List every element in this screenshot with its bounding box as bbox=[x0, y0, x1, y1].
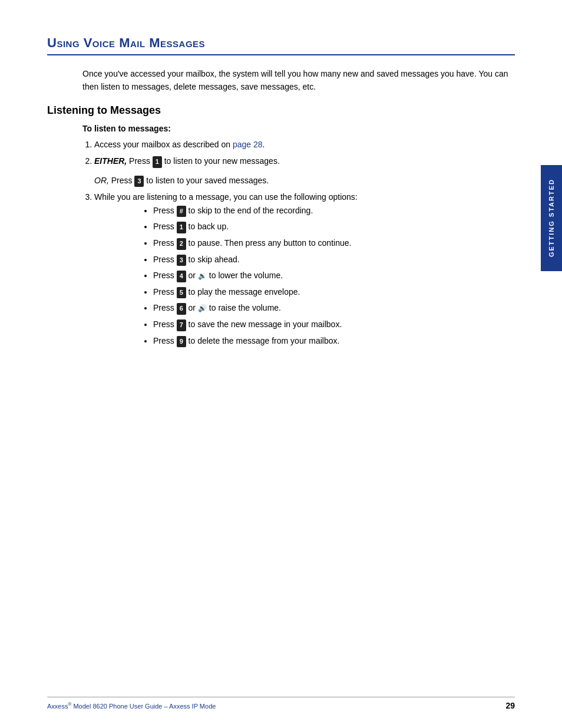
key-1-back: 1 bbox=[177, 222, 186, 233]
step-2: EITHER, Press 1 to listen to your new me… bbox=[94, 154, 515, 168]
key-3-saved: 3 bbox=[134, 176, 144, 187]
option-3: Press 3 to skip ahead. bbox=[153, 253, 515, 266]
either-label: EITHER, bbox=[94, 156, 127, 166]
steps-list-cont: While you are listening to a message, yo… bbox=[94, 190, 515, 347]
key-5-envelope: 5 bbox=[177, 287, 186, 299]
or-line: OR, Press 3 to listen to your saved mess… bbox=[94, 174, 515, 187]
key-hash: # bbox=[177, 206, 186, 218]
footer: Axxess® Model 8620 Phone User Guide – Ax… bbox=[47, 697, 515, 710]
key-9-delete: 9 bbox=[177, 336, 186, 348]
volume-down-icon: 🔉 bbox=[198, 271, 207, 282]
key-3-skip: 3 bbox=[177, 255, 186, 266]
title-text: Using Voice Mail Messages bbox=[47, 35, 205, 50]
page-28-link[interactable]: page 28 bbox=[233, 140, 263, 149]
key-6-vol-up: 6 bbox=[177, 303, 186, 315]
steps-list: Access your mailbox as described on page… bbox=[94, 138, 515, 168]
option-7: Press 7 to save the new message in your … bbox=[153, 318, 515, 331]
key-7-save: 7 bbox=[177, 319, 186, 331]
option-2: Press 2 to pause. Then press any button … bbox=[153, 236, 515, 250]
subsection-label: To listen to messages: bbox=[82, 124, 515, 133]
option-9: Press 9 to delete the message from your … bbox=[153, 334, 515, 348]
volume-up-icon: 🔊 bbox=[198, 303, 207, 314]
step-3: While you are listening to a message, yo… bbox=[94, 190, 515, 347]
option-6: Press 6 or 🔊 to raise the volume. bbox=[153, 301, 515, 315]
side-tab-label: Getting Started bbox=[548, 179, 555, 257]
side-tab: Getting Started bbox=[541, 165, 562, 271]
key-2-pause: 2 bbox=[177, 238, 186, 250]
option-5: Press 5 to play the message envelope. bbox=[153, 285, 515, 299]
key-1-new: 1 bbox=[153, 156, 162, 168]
page-container: Using Voice Mail Messages Once you've ac… bbox=[0, 0, 562, 728]
options-list: Press # to skip to the end of the record… bbox=[153, 204, 515, 347]
option-1: Press 1 to back up. bbox=[153, 220, 515, 233]
footer-left: Axxess® Model 8620 Phone User Guide – Ax… bbox=[47, 701, 216, 710]
intro-paragraph: Once you've accessed your mailbox, the s… bbox=[82, 67, 515, 94]
option-4: Press 4 or 🔉 to lower the volume. bbox=[153, 269, 515, 282]
step-1: Access your mailbox as described on page… bbox=[94, 138, 515, 151]
page-number: 29 bbox=[505, 701, 515, 710]
main-title: Using Voice Mail Messages bbox=[47, 35, 515, 55]
key-4-vol-down: 4 bbox=[177, 271, 186, 282]
or-label: OR, bbox=[94, 176, 109, 185]
option-hash: Press # to skip to the end of the record… bbox=[153, 204, 515, 218]
section-heading: Listening to Messages bbox=[47, 104, 515, 117]
